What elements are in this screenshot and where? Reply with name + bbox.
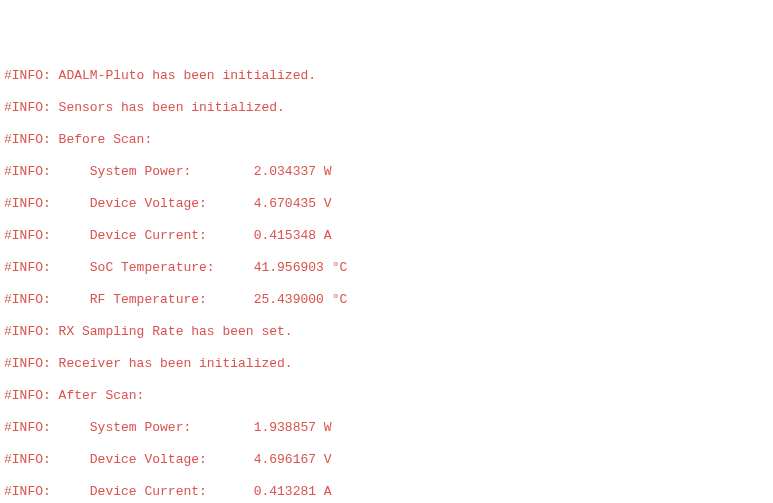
log-line: #INFO: SoC Temperature: 41.956903 °C bbox=[4, 260, 773, 276]
log-line: #INFO: After Scan: bbox=[4, 388, 773, 404]
log-line: #INFO: Receiver has been initialized. bbox=[4, 356, 773, 372]
log-line: #INFO: System Power: 2.034337 W bbox=[4, 164, 773, 180]
log-line: #INFO: RF Temperature: 25.439000 °C bbox=[4, 292, 773, 308]
log-line: #INFO: Device Voltage: 4.670435 V bbox=[4, 196, 773, 212]
log-line: #INFO: Device Current: 0.413281 A bbox=[4, 484, 773, 500]
log-line: #INFO: Device Voltage: 4.696167 V bbox=[4, 452, 773, 468]
log-line: #INFO: Device Current: 0.415348 A bbox=[4, 228, 773, 244]
log-line: #INFO: Before Scan: bbox=[4, 132, 773, 148]
terminal-output: #INFO: ADALM-Pluto has been initialized.… bbox=[4, 52, 773, 503]
log-line: #INFO: RX Sampling Rate has been set. bbox=[4, 324, 773, 340]
log-line: #INFO: ADALM-Pluto has been initialized. bbox=[4, 68, 773, 84]
log-line: #INFO: Sensors has been initialized. bbox=[4, 100, 773, 116]
log-line: #INFO: System Power: 1.938857 W bbox=[4, 420, 773, 436]
